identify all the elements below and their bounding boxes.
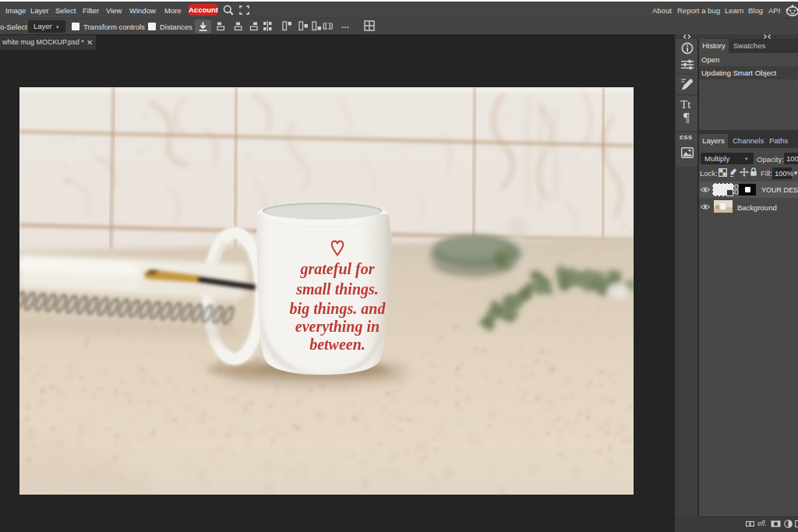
svg-text:big things. and: big things. and [290, 300, 387, 318]
svg-text:grateful for: grateful for [300, 260, 375, 278]
svg-text:between.: between. [309, 336, 365, 353]
svg-text:everything in: everything in [295, 318, 380, 336]
svg-text:small things.: small things. [295, 280, 379, 298]
